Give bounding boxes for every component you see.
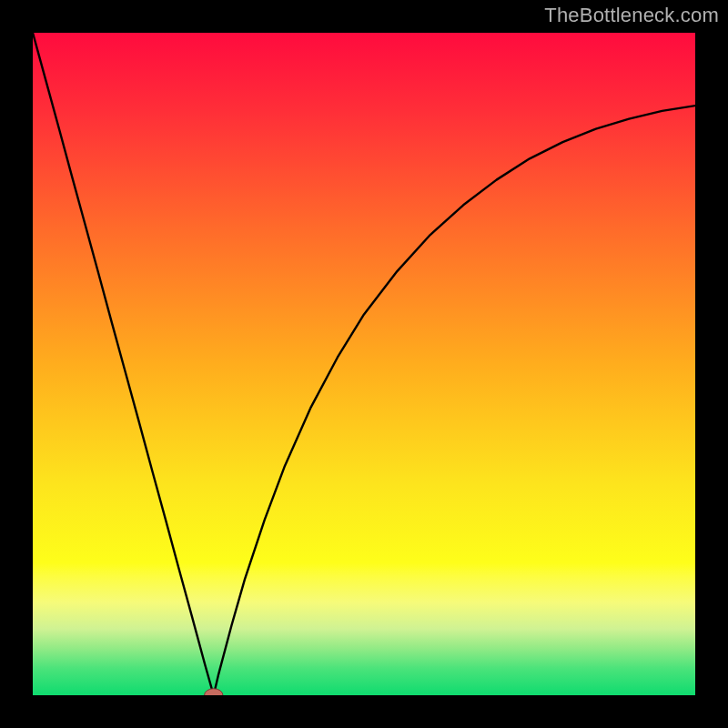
- watermark-text: TheBottleneck.com: [544, 4, 719, 27]
- chart-svg: [33, 33, 695, 695]
- chart-container: TheBottleneck.com: [0, 0, 728, 728]
- gradient-background: [33, 33, 695, 695]
- plot-area: [33, 33, 695, 695]
